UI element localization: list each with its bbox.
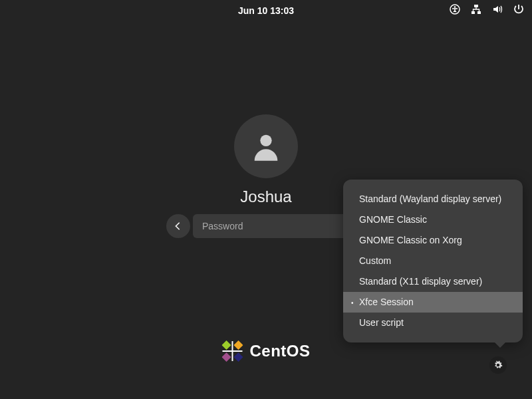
session-option[interactable]: GNOME Classic [343,209,523,230]
accessibility-icon[interactable] [450,4,460,17]
session-option-label: Custom [359,255,391,266]
selected-indicator-icon: • [351,292,354,313]
svg-point-5 [260,135,271,146]
centos-logo-icon [221,340,243,362]
top-bar: Jun 10 13:03 [0,0,532,21]
back-button[interactable] [166,214,190,238]
gear-icon [493,360,503,370]
session-option[interactable]: Custom [343,251,523,271]
svg-rect-11 [221,352,231,362]
session-option[interactable]: Standard (Wayland display server) [343,189,523,209]
power-icon[interactable] [513,4,524,17]
session-option-label: Standard (Wayland display server) [359,194,501,204]
session-settings-button[interactable] [489,356,507,374]
person-icon [249,129,283,164]
password-field-wrap [193,214,366,238]
os-name-label: CentOS [249,342,310,360]
topbar-status-area [450,4,524,17]
svg-rect-12 [233,352,243,362]
session-option-label: GNOME Classic [359,214,427,225]
session-menu: Standard (Wayland display server)GNOME C… [343,180,523,342]
username-label: Joshua [240,188,291,206]
svg-rect-9 [221,340,231,350]
network-icon[interactable] [471,4,481,17]
svg-rect-2 [474,5,478,7]
svg-rect-4 [477,11,481,14]
password-row [166,214,366,238]
session-option-label: GNOME Classic on Xorg [359,235,462,245]
session-option[interactable]: •Xfce Session [343,292,523,313]
session-option-label: User script [359,317,404,328]
svg-rect-8 [222,350,242,352]
password-input[interactable] [193,214,366,238]
svg-rect-10 [233,340,243,350]
volume-icon[interactable] [492,4,503,17]
session-option[interactable]: Standard (X11 display server) [343,271,523,292]
chevron-left-icon [174,221,183,231]
svg-point-1 [454,6,456,8]
datetime-label: Jun 10 13:03 [238,5,294,16]
session-option-label: Xfce Session [359,297,414,307]
session-option[interactable]: User script [343,313,523,333]
session-option-label: Standard (X11 display server) [359,276,482,287]
os-branding: CentOS [221,340,310,362]
session-option[interactable]: GNOME Classic on Xorg [343,230,523,251]
svg-rect-3 [471,11,475,14]
user-avatar [234,114,298,178]
